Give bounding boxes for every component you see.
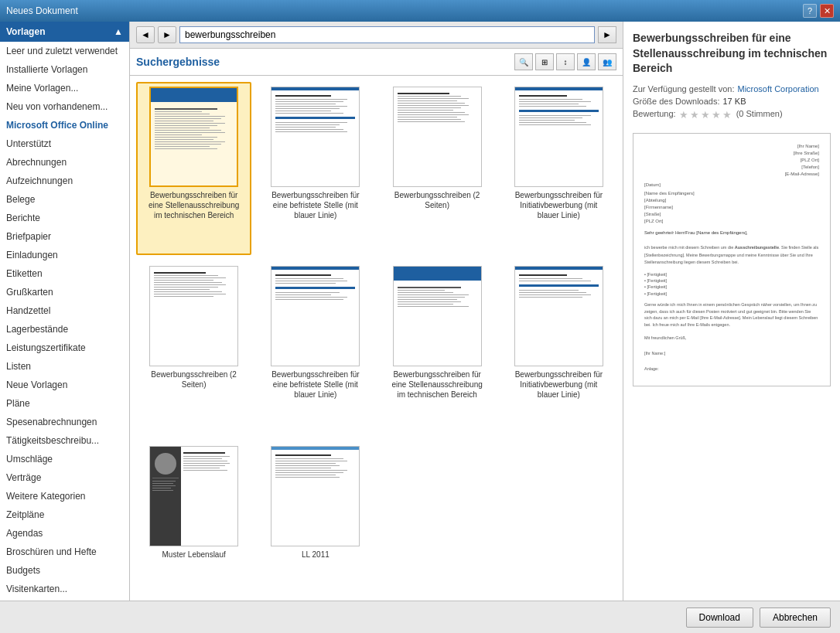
detail-title: Bewerbungsschreiben für eine Stellenauss… — [633, 31, 831, 77]
results-header: Suchergebnisse 🔍 ⊞ ↕ 👤 👥 — [130, 49, 623, 76]
template-label-7: Bewerbungsschreiben für eine Stellenauss… — [391, 369, 483, 400]
sidebar-item-meine[interactable]: Meine Vorlagen... — [0, 79, 129, 97]
sidebar-item-plaene[interactable]: Pläne — [0, 394, 129, 413]
template-label-2: Bewerbungsschreiben für eine befristete … — [269, 190, 362, 220]
sidebar-item-unterstuetzt[interactable]: Unterstützt — [0, 134, 129, 153]
template-label-4: Bewerbungsschreiben für Initiativbewerbu… — [512, 190, 605, 220]
sidebar-item-microsoft[interactable]: Microsoft Office Online — [0, 116, 129, 134]
sidebar-item-budgets[interactable]: Budgets — [0, 561, 129, 580]
sidebar-item-aufzeichnungen[interactable]: Aufzeichnungen — [0, 172, 129, 190]
view-large-icon[interactable]: 🔍 — [514, 53, 533, 70]
sidebar-item-broschuren[interactable]: Broschüren und Hefte — [0, 543, 129, 561]
sidebar-item-neue-vorlagen[interactable]: Neue Vorlagen — [0, 376, 129, 394]
template-item-4[interactable]: Bewerbungsschreiben für Initiativbewerbu… — [501, 82, 616, 255]
sidebar-item-einladungen[interactable]: Einladungen — [0, 246, 129, 264]
sidebar-item-listen[interactable]: Listen — [0, 357, 129, 376]
template-thumb-7 — [393, 266, 482, 366]
template-label-3: Bewerbungsschreiben (2 Seiten) — [391, 190, 483, 210]
preview-date-block: [Datum] — [640, 178, 824, 189]
sidebar-item-briefpapier[interactable]: Briefpapier — [0, 227, 129, 246]
sidebar-title: Vorlagen — [6, 26, 45, 37]
template-grid: Bewerbungsschreiben für eine Stellenauss… — [130, 76, 623, 601]
template-item-7[interactable]: Bewerbungsschreiben für eine Stellenauss… — [380, 261, 495, 434]
template-item-2[interactable]: Bewerbungsschreiben für eine befristete … — [258, 82, 373, 255]
template-thumb-9 — [149, 446, 238, 546]
sidebar-item-spesenabrechnungen[interactable]: Spesenabrechnungen — [0, 413, 129, 431]
template-label-9: Muster Lebenslauf — [162, 550, 225, 560]
template-label-5: Bewerbungsschreiben (2 Seiten) — [148, 369, 241, 390]
view-medium-icon[interactable]: ⊞ — [535, 53, 554, 70]
preview-list-block: • [Fertigkeit] • [Fertigkeit] • [Fertigk… — [640, 270, 824, 298]
sidebar-item-visitenkarten[interactable]: Visitenkarten... — [0, 580, 129, 598]
title-bar: Neues Dokument ? ✕ — [0, 0, 840, 22]
sidebar-header: Vorlagen ▲ — [0, 22, 129, 42]
sort-icon[interactable]: ↕ — [556, 53, 575, 70]
template-label-10: LL 2011 — [302, 550, 330, 560]
sidebar-item-handzettel[interactable]: Handzettel — [0, 301, 129, 320]
cancel-button[interactable]: Abbrechen — [760, 607, 831, 628]
sidebar-item-leer[interactable]: Leer und zuletzt verwendet — [0, 42, 129, 60]
template-item-8[interactable]: Bewerbungsschreiben für Initiativbewerbu… — [501, 261, 616, 434]
template-thumb-4 — [514, 87, 603, 187]
search-go-button[interactable]: ► — [598, 26, 616, 43]
template-item-10[interactable]: LL 2011 — [258, 441, 373, 594]
preview-recipient-block: [Name des Empfängers][Abteilung][Firmenn… — [640, 189, 824, 226]
sidebar-item-zeitplaene[interactable]: Zeitpläne — [0, 505, 129, 524]
template-label-8: Bewerbungsschreiben für Initiativbewerbu… — [512, 369, 605, 400]
sidebar-item-umschlaege[interactable]: Umschläge — [0, 450, 129, 468]
user-icon[interactable]: 👤 — [577, 53, 596, 70]
sidebar-item-belege[interactable]: Belege — [0, 190, 129, 209]
search-input[interactable] — [179, 26, 595, 43]
detail-size-value: 17 KB — [723, 97, 746, 106]
detail-size-row: Größe des Downloads: 17 KB — [633, 97, 831, 106]
detail-provider-value: Microsoft Corporation — [737, 84, 818, 94]
detail-star-count: (0 Stimmen) — [736, 109, 783, 118]
sidebar-item-grusskarten[interactable]: Grußkarten — [0, 283, 129, 301]
sidebar-item-leistungszertifikate[interactable]: Leistungszertifikate — [0, 339, 129, 357]
template-thumb-5 — [149, 266, 238, 366]
bottom-bar: Download Abbrechen — [0, 601, 840, 633]
detail-stars: ★★★★★ — [679, 109, 733, 121]
template-item-1[interactable]: Bewerbungsschreiben für eine Stellenauss… — [136, 82, 251, 255]
preview-document: [Ihr Name][Ihre Straße][PLZ Ort][Telefon… — [640, 140, 824, 379]
back-button[interactable]: ◄ — [136, 26, 155, 43]
content-area: Vorlagen ▲ Leer und zuletzt verwendet In… — [0, 22, 840, 601]
sidebar-item-berichte[interactable]: Berichte — [0, 209, 129, 227]
sidebar-item-weitere-kategorien[interactable]: Weitere Kategorien — [0, 487, 129, 505]
sidebar-item-installiert[interactable]: Installierte Vorlagen — [0, 60, 129, 79]
close-button[interactable]: ✕ — [820, 4, 834, 18]
forward-button[interactable]: ► — [158, 26, 176, 43]
template-item-6[interactable]: Bewerbungsschreiben für eine befristete … — [258, 261, 373, 434]
template-item-5[interactable]: Bewerbungsschreiben (2 Seiten) — [136, 261, 251, 434]
sidebar-item-abrechnungen[interactable]: Abrechnungen — [0, 153, 129, 172]
download-button[interactable]: Download — [686, 607, 753, 628]
help-button[interactable]: ? — [803, 4, 817, 18]
detail-rating-row: Bewertung: ★★★★★ (0 Stimmen) — [633, 109, 831, 121]
detail-size-label: Größe des Downloads: — [633, 97, 720, 106]
preview-body-block: Sehr geehrte/r Herr/Frau [Name des Empfä… — [640, 226, 824, 270]
template-thumb-6 — [271, 266, 360, 366]
results-controls: 🔍 ⊞ ↕ 👤 👥 — [514, 53, 616, 70]
template-item-3[interactable]: Bewerbungsschreiben (2 Seiten) — [380, 82, 495, 255]
center-panel: ◄ ► ► Suchergebnisse 🔍 ⊞ ↕ 👤 👥 — [130, 22, 623, 601]
preview-signature-block: Mit freundlichen Grüß, [Ihr Name:] Anlag… — [640, 332, 824, 376]
user2-icon[interactable]: 👥 — [598, 53, 616, 70]
sidebar-item-neu[interactable]: Neu von vorhandenem... — [0, 97, 129, 116]
sidebar-item-agendas[interactable]: Agendas — [0, 524, 129, 543]
detail-preview: [Ihr Name][Ihre Straße][PLZ Ort][Telefon… — [633, 133, 831, 386]
search-bar: ◄ ► ► — [130, 22, 623, 49]
preview-address-block: [Ihr Name][Ihre Straße][PLZ Ort][Telefon… — [640, 140, 824, 178]
sidebar-item-taetigkeitsbeschreibung[interactable]: Tätigkeitsbeschreibu... — [0, 431, 129, 450]
template-thumb-1 — [149, 87, 238, 187]
sidebar-item-lagerbestaende[interactable]: Lagerbestände — [0, 320, 129, 339]
template-thumb-8 — [514, 266, 603, 366]
sidebar-scroll-area[interactable]: Leer und zuletzt verwendet Installierte … — [0, 42, 129, 601]
template-label-1: Bewerbungsschreiben für eine Stellenauss… — [148, 190, 241, 220]
template-thumb-3 — [393, 87, 482, 187]
main-container: Vorlagen ▲ Leer und zuletzt verwendet In… — [0, 22, 840, 633]
results-title: Suchergebnisse — [136, 56, 220, 68]
template-item-9[interactable]: Muster Lebenslauf — [136, 441, 251, 594]
sidebar-item-vertraege[interactable]: Verträge — [0, 468, 129, 487]
sidebar-scroll-up-icon[interactable]: ▲ — [114, 26, 123, 37]
sidebar-item-etiketten[interactable]: Etiketten — [0, 264, 129, 283]
